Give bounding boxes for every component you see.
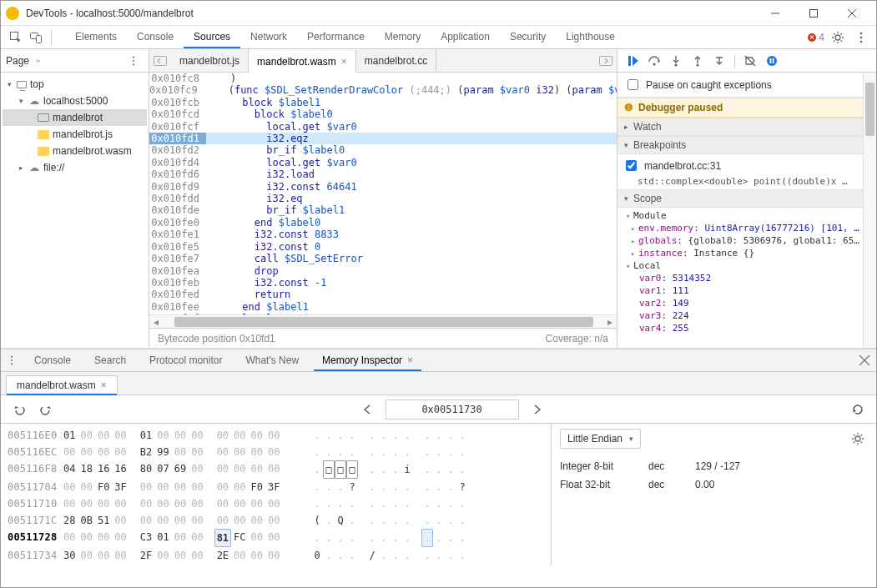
drawer-tab[interactable]: What's New <box>234 349 310 371</box>
scope-section-header[interactable]: ▾Scope <box>617 189 876 208</box>
file-tab[interactable]: mandelbrot.cc <box>356 49 436 72</box>
step-into-button[interactable] <box>666 51 686 71</box>
deactivate-breakpoints-button[interactable] <box>740 51 760 71</box>
address-input[interactable] <box>386 400 519 420</box>
window-close-button[interactable] <box>833 1 871 26</box>
horizontal-scrollbar[interactable]: ◂ ▸ <box>149 314 617 328</box>
device-toolbar-button[interactable] <box>26 28 46 48</box>
window-maximize-button[interactable] <box>794 1 833 26</box>
scrollbar-thumb[interactable] <box>865 83 874 136</box>
window-minimize-button[interactable] <box>756 1 794 26</box>
tree-file-mandelbrot[interactable]: mandelbrot <box>3 109 147 126</box>
close-icon[interactable]: × <box>407 354 413 366</box>
source-line[interactable]: 0x010fee end $label1 <box>149 301 617 313</box>
hex-row[interactable]: 0051171C280B51000000000000000000(.Q.....… <box>8 512 542 529</box>
source-line[interactable]: 0x010fd9 i32.const 64641 <box>149 181 617 193</box>
settings-button[interactable] <box>828 28 848 48</box>
scrollbar-thumb[interactable] <box>174 317 593 327</box>
main-tab-security[interactable]: Security <box>500 26 556 48</box>
scope-instance[interactable]: ▸instance: Instance {} <box>617 247 876 259</box>
drawer-tab[interactable]: Search <box>83 349 138 371</box>
drawer-more-button[interactable] <box>1 349 23 371</box>
source-line[interactable]: 0x010fe0 end $label0 <box>149 217 617 229</box>
history-forward-button[interactable] <box>595 49 617 72</box>
undo-button[interactable] <box>9 400 29 420</box>
scroll-right-button[interactable]: ▸ <box>603 315 617 329</box>
hex-row[interactable]: 0051172800000000C301000081FC0000........… <box>8 529 542 547</box>
breakpoint-checkbox[interactable] <box>626 160 637 171</box>
memory-file-tab[interactable]: mandelbrot.wasm × <box>6 375 118 395</box>
source-line[interactable]: 0x010fd1 i32.eqz <box>149 133 617 144</box>
step-out-button[interactable] <box>688 51 708 71</box>
step-button[interactable] <box>709 51 729 71</box>
history-back-button[interactable] <box>149 49 171 72</box>
source-line[interactable]: 0x010fd2 br_if $label0 <box>149 144 617 156</box>
tree-origin[interactable]: ▾ ☁ localhost:5000 <box>3 93 147 109</box>
drawer-tab[interactable]: Console <box>23 349 83 371</box>
main-tab-elements[interactable]: Elements <box>65 26 127 48</box>
drawer-close-button[interactable] <box>853 349 876 371</box>
scope-local-var[interactable]: var0: 5314352 <box>617 272 876 284</box>
scope-module-row[interactable]: ▾Module <box>617 209 876 222</box>
main-tab-performance[interactable]: Performance <box>297 26 375 48</box>
hex-row[interactable]: 00511734300000002F0000002E0000000.../...… <box>8 547 542 564</box>
source-line[interactable]: 0x010fdd i32.eq <box>149 193 617 204</box>
main-tab-application[interactable]: Application <box>431 26 500 48</box>
source-line[interactable]: 0x010feb i32.const -1 <box>149 277 617 289</box>
source-line[interactable]: 0x010fd6 i32.load <box>149 168 617 180</box>
source-line[interactable]: 0x010fea drop <box>149 265 617 277</box>
drawer-tab[interactable]: Memory Inspector × <box>310 349 425 371</box>
redo-button[interactable] <box>36 400 56 420</box>
close-icon[interactable]: × <box>101 379 107 391</box>
hex-row[interactable]: 00511710000000000000000000000000........… <box>8 495 542 512</box>
tree-file-proto[interactable]: ▸ ☁ file:// <box>3 159 147 176</box>
address-next-button[interactable] <box>527 400 547 420</box>
memory-hex-view[interactable]: 005116E0010000000100000000000000........… <box>1 424 551 565</box>
pause-on-caught-checkbox[interactable] <box>628 79 638 90</box>
breakpoint-item[interactable]: mandelbrot.cc:31 <box>617 156 876 175</box>
close-icon[interactable]: × <box>341 56 347 68</box>
main-tab-console[interactable]: Console <box>127 26 184 48</box>
navigator-more-button[interactable] <box>123 51 144 71</box>
source-line[interactable]: 0x010fc9 (func $SDL_SetRenderDrawColor (… <box>149 84 617 96</box>
breakpoints-section-header[interactable]: ▾Breakpoints <box>617 136 876 154</box>
source-line[interactable]: 0x010fe1 i32.const 8833 <box>149 229 617 240</box>
main-tab-sources[interactable]: Sources <box>184 26 240 48</box>
scroll-left-button[interactable]: ◂ <box>149 315 163 329</box>
tree-file-wasm[interactable]: mandelbrot.wasm <box>3 143 147 159</box>
scope-local-var[interactable]: var3: 224 <box>617 309 876 322</box>
tree-file-js[interactable]: mandelbrot.js <box>3 126 147 143</box>
source-line[interactable]: 0x010fcd block $label0 <box>149 108 617 120</box>
source-line[interactable]: 0x010fde br_if $label1 <box>149 204 617 216</box>
more-menu-button[interactable] <box>851 28 871 48</box>
source-line[interactable]: 0x010fe7 call $SDL_SetError <box>149 253 617 264</box>
file-tab[interactable]: mandelbrot.wasm× <box>249 49 356 73</box>
navigator-selector[interactable]: Page » <box>6 55 40 67</box>
hex-row[interactable]: 005116F8041816168007690000000000.□□□...i… <box>8 460 542 479</box>
source-line[interactable]: 0x010fcf local.get $var0 <box>149 121 617 133</box>
file-tab[interactable]: mandelbrot.js <box>171 49 249 72</box>
source-line[interactable]: 0x010fd4 local.get $var0 <box>149 157 617 168</box>
scope-local-var[interactable]: var1: 111 <box>617 284 876 297</box>
step-over-button[interactable] <box>644 51 664 71</box>
endianness-selector[interactable]: Little Endian ▾ <box>560 429 641 449</box>
address-prev-button[interactable] <box>357 400 377 420</box>
source-line[interactable]: 0x010fc8 ) <box>149 73 617 84</box>
scope-env-memory[interactable]: ▸env.memory: Uint8Array(16777216) [101, … <box>617 222 876 234</box>
main-tab-memory[interactable]: Memory <box>375 26 431 48</box>
tree-top[interactable]: ▾ top <box>3 76 147 93</box>
memory-settings-button[interactable] <box>848 429 868 449</box>
source-line[interactable]: 0x010fcb block $label1 <box>149 97 617 108</box>
hex-row[interactable]: 005116E0010000000100000000000000........… <box>8 427 542 444</box>
main-tab-network[interactable]: Network <box>240 26 297 48</box>
inspect-element-button[interactable] <box>6 28 26 48</box>
scope-local-var[interactable]: var4: 255 <box>617 322 876 334</box>
hex-row[interactable]: 005117040000F03F000000000000F03F...?....… <box>8 479 542 495</box>
source-line[interactable]: 0x010fe5 i32.const 0 <box>149 241 617 253</box>
hex-row[interactable]: 005116EC00000000B299000000000000........… <box>8 444 542 460</box>
resume-button[interactable] <box>622 51 643 71</box>
watch-section-header[interactable]: ▸Watch <box>617 118 876 136</box>
vertical-scrollbar[interactable] <box>863 73 876 348</box>
scope-local-var[interactable]: var2: 149 <box>617 297 876 309</box>
source-line[interactable]: 0x010fed return <box>149 289 617 300</box>
